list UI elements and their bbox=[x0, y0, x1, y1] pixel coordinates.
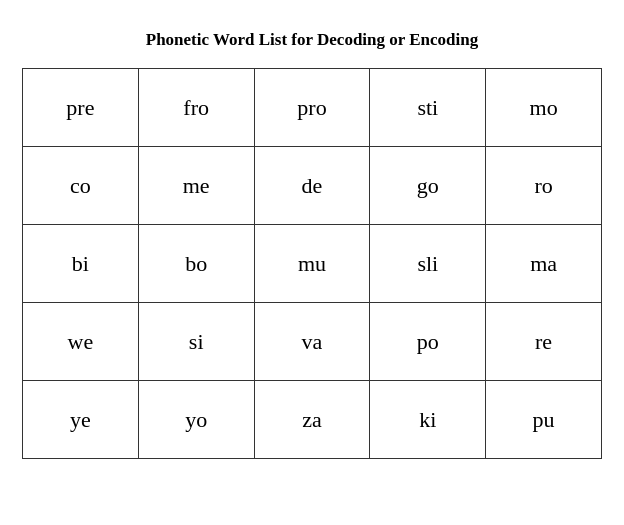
cell-3-1: si bbox=[138, 303, 254, 381]
word-table: prefroprostimocomedegorobibomuslimawesiv… bbox=[22, 68, 602, 459]
cell-0-0: pre bbox=[23, 69, 139, 147]
cell-3-2: va bbox=[254, 303, 370, 381]
cell-1-0: co bbox=[23, 147, 139, 225]
cell-4-3: ki bbox=[370, 381, 486, 459]
cell-1-1: me bbox=[138, 147, 254, 225]
cell-2-4: ma bbox=[486, 225, 602, 303]
cell-1-2: de bbox=[254, 147, 370, 225]
cell-2-3: sli bbox=[370, 225, 486, 303]
cell-4-1: yo bbox=[138, 381, 254, 459]
cell-1-3: go bbox=[370, 147, 486, 225]
cell-3-0: we bbox=[23, 303, 139, 381]
cell-3-4: re bbox=[486, 303, 602, 381]
cell-0-3: sti bbox=[370, 69, 486, 147]
page-title: Phonetic Word List for Decoding or Encod… bbox=[22, 30, 602, 50]
table-row: wesivapore bbox=[23, 303, 602, 381]
table-row: bibomuslima bbox=[23, 225, 602, 303]
cell-3-3: po bbox=[370, 303, 486, 381]
page-container: Phonetic Word List for Decoding or Encod… bbox=[22, 20, 602, 459]
table-row: prefroprostimo bbox=[23, 69, 602, 147]
cell-4-4: pu bbox=[486, 381, 602, 459]
cell-0-2: pro bbox=[254, 69, 370, 147]
cell-1-4: ro bbox=[486, 147, 602, 225]
cell-2-2: mu bbox=[254, 225, 370, 303]
table-row: yeyozakipu bbox=[23, 381, 602, 459]
cell-4-2: za bbox=[254, 381, 370, 459]
cell-0-4: mo bbox=[486, 69, 602, 147]
cell-2-1: bo bbox=[138, 225, 254, 303]
cell-4-0: ye bbox=[23, 381, 139, 459]
cell-0-1: fro bbox=[138, 69, 254, 147]
table-row: comedegoro bbox=[23, 147, 602, 225]
cell-2-0: bi bbox=[23, 225, 139, 303]
